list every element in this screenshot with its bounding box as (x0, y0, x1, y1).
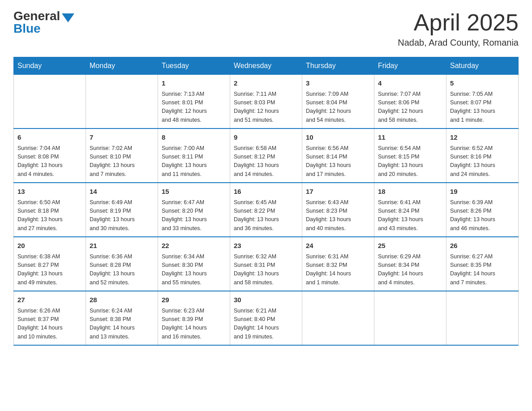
logo-arrow-icon (62, 13, 74, 22)
day-info: Sunrise: 6:31 AMSunset: 8:32 PMDaylight:… (306, 253, 370, 287)
day-number: 6 (17, 133, 82, 143)
calendar-cell: 9Sunrise: 6:58 AMSunset: 8:12 PMDaylight… (230, 128, 302, 183)
day-number: 26 (450, 241, 515, 251)
day-number: 14 (90, 187, 154, 197)
calendar-table: SundayMondayTuesdayWednesdayThursdayFrid… (13, 57, 519, 346)
calendar-cell: 2Sunrise: 7:11 AMSunset: 8:03 PMDaylight… (230, 75, 302, 129)
day-info: Sunrise: 6:23 AMSunset: 8:39 PMDaylight:… (162, 307, 226, 342)
day-number: 9 (234, 133, 298, 143)
calendar-cell: 6Sunrise: 7:04 AMSunset: 8:08 PMDaylight… (14, 128, 86, 183)
day-info: Sunrise: 6:58 AMSunset: 8:12 PMDaylight:… (234, 144, 298, 179)
day-number: 30 (234, 295, 298, 305)
calendar-cell: 21Sunrise: 6:36 AMSunset: 8:28 PMDayligh… (86, 237, 158, 291)
day-number: 25 (378, 241, 442, 251)
calendar-cell: 25Sunrise: 6:29 AMSunset: 8:34 PMDayligh… (374, 237, 446, 291)
day-info: Sunrise: 6:52 AMSunset: 8:16 PMDaylight:… (450, 144, 515, 179)
day-number: 12 (450, 133, 515, 143)
day-number: 19 (450, 187, 515, 197)
calendar-cell: 16Sunrise: 6:45 AMSunset: 8:22 PMDayligh… (230, 183, 302, 237)
day-number: 24 (306, 241, 370, 251)
calendar-cell: 24Sunrise: 6:31 AMSunset: 8:32 PMDayligh… (302, 237, 374, 291)
title-section: April 2025 Nadab, Arad County, Romania (398, 9, 519, 48)
calendar-cell: 4Sunrise: 7:07 AMSunset: 8:06 PMDaylight… (374, 75, 446, 129)
day-number: 13 (17, 187, 82, 197)
day-info: Sunrise: 7:07 AMSunset: 8:06 PMDaylight:… (378, 90, 442, 125)
location-text: Nadab, Arad County, Romania (398, 38, 519, 48)
day-info: Sunrise: 7:05 AMSunset: 8:07 PMDaylight:… (450, 90, 515, 125)
day-number: 15 (162, 187, 226, 197)
day-info: Sunrise: 6:24 AMSunset: 8:38 PMDaylight:… (90, 307, 154, 342)
calendar-cell: 26Sunrise: 6:27 AMSunset: 8:35 PMDayligh… (446, 237, 519, 291)
page-header: General Blue April 2025 Nadab, Arad Coun… (13, 9, 519, 48)
day-number: 3 (306, 78, 370, 89)
day-number: 17 (306, 187, 370, 197)
month-title: April 2025 (398, 9, 519, 36)
day-of-week-header: Tuesday (158, 57, 230, 75)
day-number: 4 (378, 78, 442, 89)
calendar-cell (86, 75, 158, 129)
calendar-cell: 15Sunrise: 6:47 AMSunset: 8:20 PMDayligh… (158, 183, 230, 237)
day-number: 22 (162, 241, 226, 251)
day-number: 11 (378, 133, 442, 143)
calendar-cell: 19Sunrise: 6:39 AMSunset: 8:26 PMDayligh… (446, 183, 519, 237)
day-info: Sunrise: 6:29 AMSunset: 8:34 PMDaylight:… (378, 253, 442, 287)
day-info: Sunrise: 7:11 AMSunset: 8:03 PMDaylight:… (234, 90, 298, 125)
calendar-cell (374, 291, 446, 345)
day-number: 28 (90, 295, 154, 305)
day-info: Sunrise: 6:32 AMSunset: 8:31 PMDaylight:… (234, 253, 298, 287)
calendar-week-row: 1Sunrise: 7:13 AMSunset: 8:01 PMDaylight… (14, 75, 519, 129)
calendar-cell: 11Sunrise: 6:54 AMSunset: 8:15 PMDayligh… (374, 128, 446, 183)
day-of-week-header: Saturday (446, 57, 519, 75)
day-info: Sunrise: 7:04 AMSunset: 8:08 PMDaylight:… (17, 144, 82, 179)
calendar-cell (302, 291, 374, 345)
calendar-cell: 7Sunrise: 7:02 AMSunset: 8:10 PMDaylight… (86, 128, 158, 183)
logo: General Blue (13, 9, 74, 36)
day-number: 16 (234, 187, 298, 197)
day-of-week-header: Wednesday (230, 57, 302, 75)
calendar-cell: 14Sunrise: 6:49 AMSunset: 8:19 PMDayligh… (86, 183, 158, 237)
calendar-week-row: 6Sunrise: 7:04 AMSunset: 8:08 PMDaylight… (14, 128, 519, 183)
day-number: 23 (234, 241, 298, 251)
day-info: Sunrise: 6:36 AMSunset: 8:28 PMDaylight:… (90, 253, 154, 287)
day-info: Sunrise: 6:38 AMSunset: 8:27 PMDaylight:… (17, 253, 82, 287)
day-info: Sunrise: 7:09 AMSunset: 8:04 PMDaylight:… (306, 90, 370, 125)
calendar-body: 1Sunrise: 7:13 AMSunset: 8:01 PMDaylight… (14, 75, 519, 346)
day-info: Sunrise: 6:45 AMSunset: 8:22 PMDaylight:… (234, 198, 298, 233)
calendar-cell: 27Sunrise: 6:26 AMSunset: 8:37 PMDayligh… (14, 291, 86, 345)
calendar-cell: 12Sunrise: 6:52 AMSunset: 8:16 PMDayligh… (446, 128, 519, 183)
day-number: 8 (162, 133, 226, 143)
calendar-cell: 5Sunrise: 7:05 AMSunset: 8:07 PMDaylight… (446, 75, 519, 129)
days-of-week-row: SundayMondayTuesdayWednesdayThursdayFrid… (14, 57, 519, 75)
day-info: Sunrise: 6:49 AMSunset: 8:19 PMDaylight:… (90, 198, 154, 233)
day-info: Sunrise: 6:26 AMSunset: 8:37 PMDaylight:… (17, 307, 82, 342)
calendar-cell: 1Sunrise: 7:13 AMSunset: 8:01 PMDaylight… (158, 75, 230, 129)
calendar-cell: 17Sunrise: 6:43 AMSunset: 8:23 PMDayligh… (302, 183, 374, 237)
day-info: Sunrise: 6:43 AMSunset: 8:23 PMDaylight:… (306, 198, 370, 233)
calendar-cell: 22Sunrise: 6:34 AMSunset: 8:30 PMDayligh… (158, 237, 230, 291)
calendar-cell: 28Sunrise: 6:24 AMSunset: 8:38 PMDayligh… (86, 291, 158, 345)
calendar-week-row: 13Sunrise: 6:50 AMSunset: 8:18 PMDayligh… (14, 183, 519, 237)
day-number: 7 (90, 133, 154, 143)
day-number: 29 (162, 295, 226, 305)
day-of-week-header: Friday (374, 57, 446, 75)
day-number: 18 (378, 187, 442, 197)
day-info: Sunrise: 6:21 AMSunset: 8:40 PMDaylight:… (234, 307, 298, 342)
day-number: 10 (306, 133, 370, 143)
day-number: 21 (90, 241, 154, 251)
calendar-cell: 3Sunrise: 7:09 AMSunset: 8:04 PMDaylight… (302, 75, 374, 129)
logo-blue-text: Blue (13, 21, 41, 36)
day-of-week-header: Monday (86, 57, 158, 75)
day-number: 5 (450, 78, 515, 89)
calendar-cell: 29Sunrise: 6:23 AMSunset: 8:39 PMDayligh… (158, 291, 230, 345)
day-info: Sunrise: 6:50 AMSunset: 8:18 PMDaylight:… (17, 198, 82, 233)
day-number: 20 (17, 241, 82, 251)
day-number: 27 (17, 295, 82, 305)
calendar-cell: 20Sunrise: 6:38 AMSunset: 8:27 PMDayligh… (14, 237, 86, 291)
day-info: Sunrise: 7:02 AMSunset: 8:10 PMDaylight:… (90, 144, 154, 179)
calendar-cell: 30Sunrise: 6:21 AMSunset: 8:40 PMDayligh… (230, 291, 302, 345)
day-info: Sunrise: 6:27 AMSunset: 8:35 PMDaylight:… (450, 253, 515, 287)
calendar-week-row: 20Sunrise: 6:38 AMSunset: 8:27 PMDayligh… (14, 237, 519, 291)
day-info: Sunrise: 7:13 AMSunset: 8:01 PMDaylight:… (162, 90, 226, 125)
calendar-cell: 23Sunrise: 6:32 AMSunset: 8:31 PMDayligh… (230, 237, 302, 291)
day-of-week-header: Thursday (302, 57, 374, 75)
